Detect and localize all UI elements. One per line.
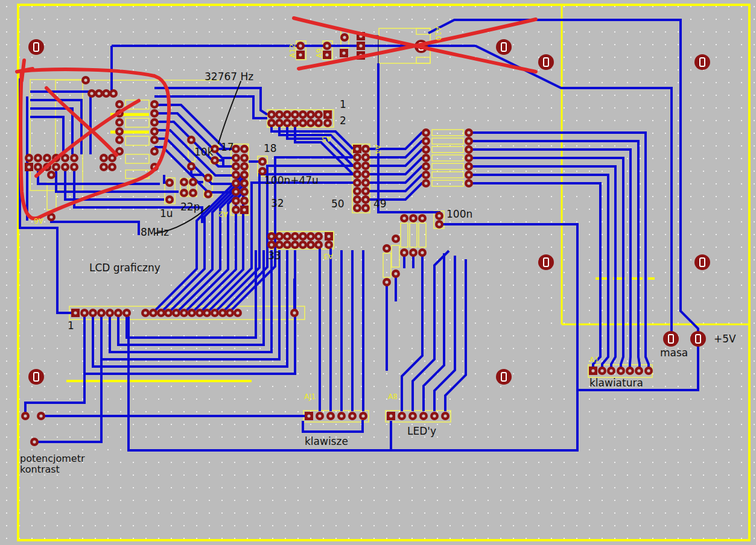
pad-hole xyxy=(278,113,281,116)
pad-hole xyxy=(309,121,312,124)
pad-hole xyxy=(301,243,304,246)
pad-hole xyxy=(364,189,367,192)
mounting-hole[interactable] xyxy=(694,54,710,70)
pad-hole xyxy=(355,206,358,209)
pad-hole xyxy=(72,156,75,159)
pad-hole xyxy=(355,181,358,184)
pad-hole xyxy=(167,311,170,314)
label-keyboard: klawiatura xyxy=(589,377,643,389)
pad-hole xyxy=(394,272,397,275)
label-crystal-32k: 32767 Hz xyxy=(205,71,253,83)
pad-hole xyxy=(261,160,264,163)
mounting-hole[interactable] xyxy=(690,331,706,347)
pad-hole xyxy=(355,156,358,159)
pad-hole xyxy=(90,92,93,95)
refdes-aj1: AJ1 xyxy=(304,392,316,401)
pad-hole xyxy=(236,311,239,314)
pad-hole xyxy=(182,191,185,194)
pad-hole xyxy=(317,113,320,116)
pad-hole xyxy=(168,181,171,184)
label-pot-line1: potencjometr xyxy=(20,453,85,464)
pad-hole xyxy=(309,243,312,246)
pad-hole xyxy=(424,181,427,184)
mounting-hole[interactable] xyxy=(538,54,554,70)
pad-hole xyxy=(355,164,358,167)
mounting-hole[interactable] xyxy=(28,39,44,55)
mounting-hole[interactable] xyxy=(663,331,679,347)
pad-hole xyxy=(293,243,296,246)
pad-hole xyxy=(213,147,216,150)
label-pot-line2: kontrast xyxy=(20,464,60,475)
pad-hole xyxy=(27,165,30,168)
pad-hole xyxy=(437,214,440,217)
label-crystal-8m: 8MHz xyxy=(141,226,169,238)
pad-hole xyxy=(74,311,77,314)
pad-hole xyxy=(411,216,415,219)
label-cap-100n-47u: 100n+47u xyxy=(264,174,319,186)
pad-hole xyxy=(174,311,177,314)
pad-hole xyxy=(189,165,192,168)
pad-hole xyxy=(317,235,320,238)
pad-hole xyxy=(299,53,302,56)
pad-hole xyxy=(293,235,296,238)
mounting-hole[interactable] xyxy=(694,254,710,270)
pad-hole xyxy=(364,156,367,159)
pad-hole xyxy=(234,156,237,159)
pad-hole xyxy=(234,199,237,202)
pad-hole xyxy=(421,251,424,254)
pad-hole xyxy=(301,235,304,238)
pad-hole xyxy=(153,150,156,153)
pad-hole xyxy=(591,369,594,372)
label-cap-100n: 100n xyxy=(446,208,472,220)
pad-hole xyxy=(437,222,440,225)
mounting-hole[interactable] xyxy=(538,254,554,270)
pad-hole xyxy=(228,311,231,314)
pad-hole xyxy=(153,102,156,106)
pad-hole xyxy=(364,164,367,167)
pad-hole xyxy=(421,216,424,219)
pad-hole xyxy=(91,311,94,314)
pad-hole xyxy=(355,147,358,150)
mounting-hole[interactable] xyxy=(496,369,512,385)
pad-hole xyxy=(118,130,121,133)
pad-hole xyxy=(182,180,185,183)
pad-hole xyxy=(364,206,367,209)
mounting-hole[interactable] xyxy=(28,369,44,385)
pad-hole xyxy=(424,148,427,151)
pcb-editor-canvas[interactable]: 32767 Hz 1 2 10k 17 18 100n+47u 22p 1u 8… xyxy=(0,0,756,545)
pad-hole xyxy=(39,414,42,417)
pad-hole xyxy=(326,121,329,124)
pad-hole xyxy=(467,173,470,176)
pad-hole xyxy=(153,112,156,115)
pad-hole xyxy=(327,235,330,238)
pad-hole xyxy=(110,156,113,159)
pad-hole xyxy=(102,156,105,159)
pad-hole xyxy=(293,113,296,116)
pad-hole xyxy=(351,414,354,417)
refdes-a12: A12 xyxy=(288,44,297,58)
pad-hole xyxy=(159,311,162,314)
pad-hole xyxy=(49,173,52,176)
pad-hole xyxy=(326,113,329,116)
pad-hole xyxy=(234,208,237,211)
pad-hole xyxy=(72,165,75,168)
pad-hole xyxy=(325,44,328,47)
pad-hole xyxy=(110,165,113,168)
pad-hole xyxy=(243,173,246,176)
pad-hole xyxy=(243,208,246,211)
label-pin-18: 18 xyxy=(264,142,277,154)
refdes-a9: A9 xyxy=(315,48,323,58)
refdes-a6: A6 xyxy=(34,216,43,225)
label-lcd-pin1: 1 xyxy=(68,320,74,332)
pad-hole xyxy=(317,121,320,124)
pad-hole xyxy=(389,414,392,417)
pcb-drawing[interactable]: 32767 Hz 1 2 10k 17 18 100n+47u 22p 1u 8… xyxy=(0,0,756,545)
pad-hole xyxy=(243,181,246,184)
pad-hole xyxy=(102,165,105,168)
pad-hole xyxy=(153,121,156,124)
mounting-hole[interactable] xyxy=(496,39,512,55)
pad-hole xyxy=(467,148,470,151)
refdes-a3: A3 xyxy=(323,252,333,260)
pad-hole xyxy=(299,44,302,47)
pad-hole xyxy=(118,150,121,153)
